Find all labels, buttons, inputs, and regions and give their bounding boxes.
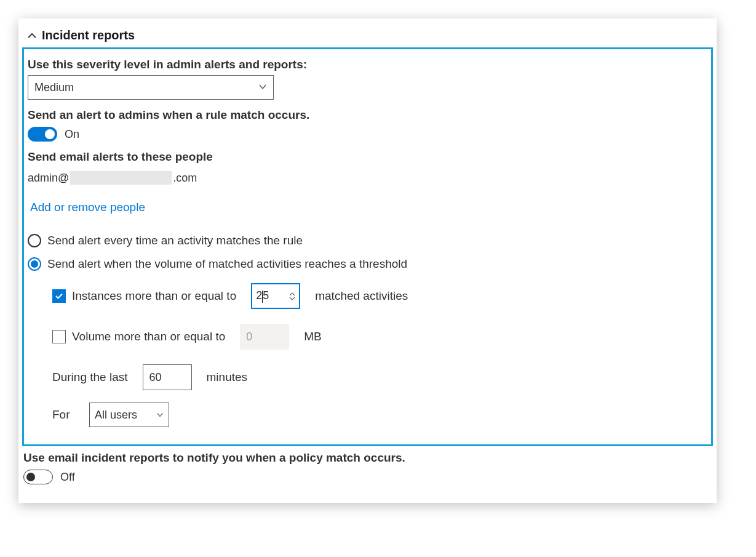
incident-notify-toggle-state: Off: [60, 471, 75, 484]
severity-dropdown[interactable]: Medium: [28, 75, 274, 100]
spinner-icon[interactable]: [289, 292, 295, 300]
email-suffix: .com: [173, 172, 197, 185]
incident-notify-toggle[interactable]: [23, 470, 53, 484]
for-dropdown[interactable]: All users: [89, 403, 169, 427]
alert-admins-label: Send an alert to admins when a rule matc…: [28, 108, 707, 122]
for-label: For: [52, 408, 83, 422]
instances-input[interactable]: 25: [251, 283, 300, 309]
incident-notify-label: Use email incident reports to notify you…: [23, 451, 712, 465]
alert-admins-toggle-state: On: [65, 128, 79, 141]
email-alerts-label: Send email alerts to these people: [28, 150, 707, 164]
highlighted-settings-area: Use this severity level in admin alerts …: [22, 47, 713, 446]
radio-threshold[interactable]: [28, 257, 41, 271]
for-value: All users: [95, 409, 137, 422]
severity-label: Use this severity level in admin alerts …: [28, 58, 707, 71]
radio-every-activity[interactable]: [28, 234, 41, 247]
threshold-settings: Instances more than or equal to 25 match…: [52, 283, 707, 427]
section-header[interactable]: Incident reports: [18, 18, 717, 47]
volume-label: Volume more than or equal to: [72, 330, 225, 343]
incident-reports-panel: Incident reports Use this severity level…: [18, 18, 717, 503]
volume-input: 0: [240, 324, 289, 350]
during-prefix: During the last: [52, 371, 128, 384]
chevron-up-icon: [27, 31, 37, 41]
during-input[interactable]: 60: [143, 364, 192, 390]
chevron-down-icon: [258, 81, 267, 94]
volume-checkbox[interactable]: [52, 330, 66, 343]
email-prefix: admin@: [28, 172, 69, 185]
instances-label: Instances more than or equal to: [72, 289, 236, 303]
during-suffix: minutes: [207, 371, 248, 384]
email-recipient: admin@ .com: [28, 171, 707, 185]
section-title: Incident reports: [42, 28, 135, 42]
chevron-down-icon: [156, 409, 164, 422]
severity-value: Medium: [34, 81, 74, 94]
radio-threshold-label: Send alert when the volume of matched ac…: [47, 257, 407, 271]
volume-suffix: MB: [304, 330, 322, 343]
instances-checkbox[interactable]: [52, 289, 66, 303]
volume-value: 0: [246, 331, 252, 343]
redacted-domain: [70, 171, 172, 185]
instances-suffix: matched activities: [315, 289, 408, 303]
add-remove-people-link[interactable]: Add or remove people: [30, 201, 145, 214]
during-value: 60: [149, 371, 162, 384]
alert-admins-toggle[interactable]: [28, 127, 57, 142]
radio-every-label: Send alert every time an activity matche…: [47, 234, 303, 247]
